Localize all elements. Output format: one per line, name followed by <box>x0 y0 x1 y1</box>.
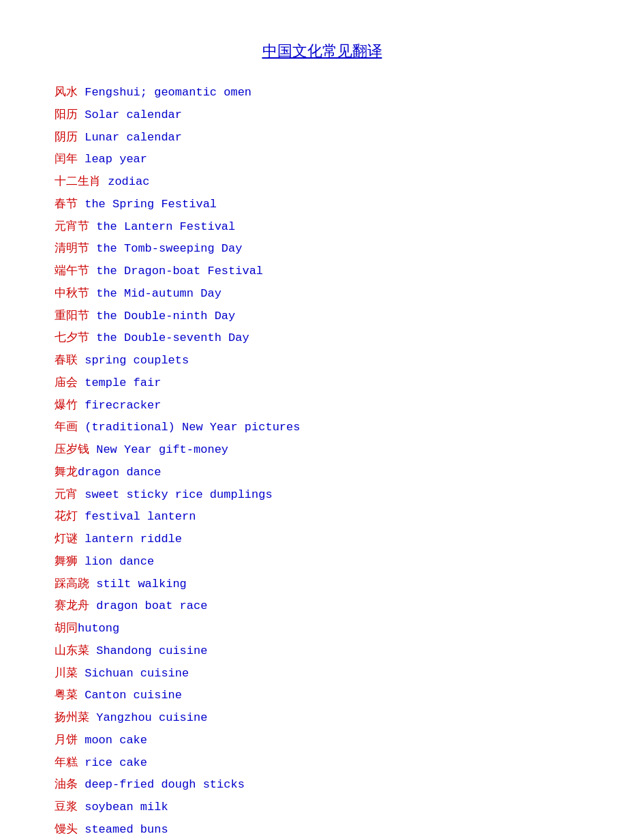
list-item: 闰年 leap year <box>55 149 589 170</box>
list-item: 山东菜 Shandong cuisine <box>55 640 589 661</box>
english-text: the Mid-autumn Day <box>89 287 221 300</box>
english-text: New Year gift-money <box>89 443 228 456</box>
list-item: 豆浆 soybean milk <box>55 796 589 818</box>
english-text: soybean milk <box>78 801 168 814</box>
chinese-text: 灯谜 <box>55 532 78 545</box>
english-text: rice cake <box>78 756 147 769</box>
chinese-text: 闰年 <box>55 152 78 165</box>
list-item: 端午节 the Dragon-boat Festival <box>55 260 589 282</box>
english-text: moon cake <box>78 734 147 747</box>
list-item: 阴历 Lunar calendar <box>55 127 589 148</box>
list-item: 元宵节 the Lantern Festival <box>55 216 589 237</box>
english-text: Sichuan cuisine <box>78 667 189 680</box>
chinese-text: 中秋节 <box>55 286 89 299</box>
chinese-text: 花灯 <box>55 509 78 522</box>
list-item: 年画 (traditional) New Year pictures <box>55 417 589 438</box>
chinese-text: 油条 <box>55 777 78 790</box>
list-item: 七夕节 the Double-seventh Day <box>55 327 589 348</box>
list-item: 爆竹 firecracker <box>55 395 589 416</box>
chinese-text: 十二生肖 <box>55 175 101 188</box>
english-text: Fengshui; geomantic omen <box>78 86 251 99</box>
english-text: deep-fried dough sticks <box>78 778 245 791</box>
list-item: 年糕 rice cake <box>55 752 589 773</box>
english-text: leap year <box>78 153 147 166</box>
english-text: festival lantern <box>78 510 196 523</box>
list-item: 赛龙舟 dragon boat race <box>55 595 589 616</box>
list-item: 春联 spring couplets <box>55 350 589 371</box>
chinese-text: 七夕节 <box>55 331 89 344</box>
english-text: Solar calendar <box>78 108 182 121</box>
chinese-text: 月饼 <box>55 733 78 746</box>
chinese-text: 粤菜 <box>55 688 78 701</box>
english-text: the Spring Festival <box>78 198 217 211</box>
chinese-text: 端午节 <box>55 264 89 277</box>
chinese-text: 春联 <box>55 353 78 366</box>
chinese-text: 压岁钱 <box>55 443 89 456</box>
list-item: 胡同hutong <box>55 618 589 639</box>
english-text: firecracker <box>78 399 161 412</box>
chinese-text: 庙会 <box>55 376 78 389</box>
list-item: 月饼 moon cake <box>55 730 589 751</box>
list-item: 油条 deep-fried dough sticks <box>55 774 589 795</box>
chinese-text: 豆浆 <box>55 800 78 813</box>
english-text: sweet sticky rice dumplings <box>78 488 273 501</box>
english-text: the Dragon-boat Festival <box>89 265 263 278</box>
english-text: Canton cuisine <box>78 689 182 702</box>
list-item: 踩高跷 stilt walking <box>55 574 589 595</box>
list-item: 舞龙dragon dance <box>55 462 589 483</box>
list-item: 重阳节 the Double-ninth Day <box>55 306 589 327</box>
list-item: 中秋节 the Mid-autumn Day <box>55 283 589 304</box>
english-text: steamed buns <box>78 823 168 834</box>
english-text: lion dance <box>78 555 154 568</box>
list-item: 舞狮 lion dance <box>55 551 589 572</box>
list-item: 馒头 steamed buns <box>55 819 589 834</box>
list-item: 十二生肖 zodiac <box>55 171 589 192</box>
list-item: 花灯 festival lantern <box>55 506 589 527</box>
chinese-text: 胡同 <box>55 621 78 634</box>
chinese-text: 舞狮 <box>55 554 78 567</box>
chinese-text: 阳历 <box>55 108 78 121</box>
list-item: 阳历 Solar calendar <box>55 104 589 125</box>
list-item: 灯谜 lantern riddle <box>55 528 589 550</box>
chinese-text: 扬州菜 <box>55 711 89 724</box>
chinese-text: 年画 <box>55 420 78 433</box>
chinese-text: 山东菜 <box>55 644 89 657</box>
chinese-text: 风水 <box>55 85 78 98</box>
english-text: lantern riddle <box>78 533 182 546</box>
english-text: dragon boat race <box>89 599 207 612</box>
chinese-text: 馒头 <box>55 822 78 834</box>
english-text: (traditional) New Year pictures <box>78 421 300 434</box>
list-item: 元宵 sweet sticky rice dumplings <box>55 484 589 505</box>
english-text: hutong <box>78 622 119 635</box>
english-text: Yangzhou cuisine <box>89 711 207 724</box>
english-text: temple fair <box>78 376 161 389</box>
list-item: 扬州菜 Yangzhou cuisine <box>55 707 589 728</box>
chinese-text: 元宵节 <box>55 220 89 233</box>
list-item: 川菜 Sichuan cuisine <box>55 663 589 684</box>
english-text: Shandong cuisine <box>89 644 207 657</box>
chinese-text: 阴历 <box>55 130 78 143</box>
english-text: zodiac <box>101 175 149 188</box>
chinese-text: 踩高跷 <box>55 577 89 590</box>
page-title: 中国文化常见翻译 <box>55 41 589 61</box>
english-text: the Double-ninth Day <box>89 310 235 323</box>
list-item: 压岁钱 New Year gift-money <box>55 439 589 460</box>
list-item: 春节 the Spring Festival <box>55 194 589 215</box>
list-item: 清明节 the Tomb-sweeping Day <box>55 238 589 259</box>
english-text: the Tomb-sweeping Day <box>89 242 242 255</box>
chinese-text: 赛龙舟 <box>55 599 89 612</box>
chinese-text: 年糕 <box>55 756 78 769</box>
chinese-text: 川菜 <box>55 666 78 679</box>
english-text: Lunar calendar <box>78 131 182 144</box>
chinese-text: 清明节 <box>55 241 89 254</box>
chinese-text: 元宵 <box>55 488 78 501</box>
english-text: spring couplets <box>78 354 189 367</box>
english-text: the Double-seventh Day <box>89 331 249 344</box>
list-item: 庙会 temple fair <box>55 372 589 393</box>
list-item: 风水 Fengshui; geomantic omen <box>55 82 589 103</box>
chinese-text: 春节 <box>55 197 78 210</box>
content-area: 风水 Fengshui; geomantic omen阳历 Solar cale… <box>55 82 589 834</box>
list-item: 粤菜 Canton cuisine <box>55 685 589 706</box>
chinese-text: 重阳节 <box>55 309 89 322</box>
english-text: dragon dance <box>78 466 161 479</box>
